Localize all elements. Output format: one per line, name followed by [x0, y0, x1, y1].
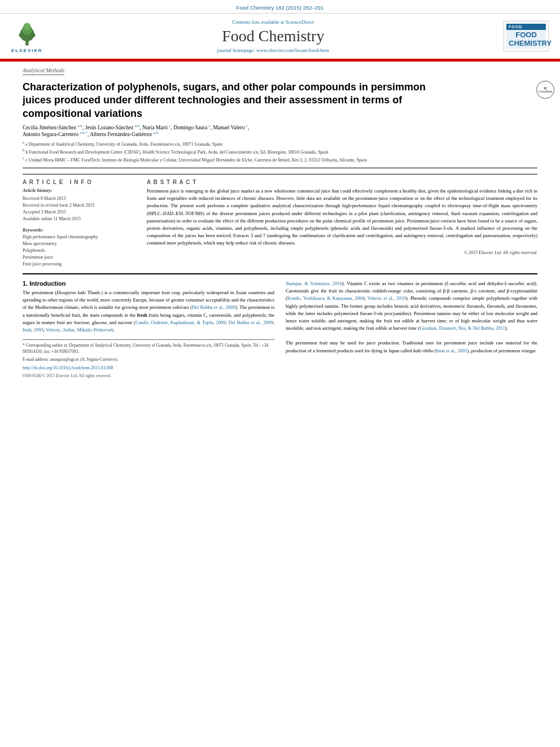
available-date: Available online 11 March 2015: [23, 216, 135, 222]
sciencedirect-link[interactable]: ScienceDirect: [286, 19, 314, 25]
author-jesus: Jesús Lozano-Sánchez a,b,: [85, 125, 142, 130]
elsevier-tree-icon: [13, 20, 41, 48]
author-nuria: Nuria Marti c,: [142, 125, 173, 130]
elsevier-logo: ELSEVIER: [11, 20, 43, 53]
article-body-columns: A R T I C L E I N F O Article history: R…: [23, 174, 537, 268]
author-antonio: Antonio Segura-Carretero a,b,*,: [23, 132, 90, 137]
sciencedirect-line: Contents lists available at ScienceDirec…: [43, 19, 504, 25]
affiliation-c: c c Unidad Mixta IBMC – FMC FoodTech, In…: [23, 155, 537, 163]
ref-kondo[interactable]: Kondo, Yoshikawa, & Katayama, 2004: [287, 295, 365, 301]
homepage-url[interactable]: www.elsevier.com/locate/foodchem: [256, 47, 329, 53]
affiliation-b: b b Functional Food Research and Develop…: [23, 147, 537, 155]
footnote-area: * Corresponding author at: Department of…: [23, 339, 274, 379]
article-info-col: A R T I C L E I N F O Article history: R…: [23, 179, 135, 268]
received-date: Received 8 March 2013: [23, 195, 135, 202]
authors-line: Cecilia Jiménez-Sánchez a,b, Jesús Lozan…: [23, 124, 537, 137]
affiliation-a: a a Department of Analytical Chemistry, …: [23, 139, 537, 147]
badge-chemistry-label: FOODCHEMISTRY: [509, 31, 544, 47]
elsevier-label: ELSEVIER: [11, 48, 43, 53]
species-name: Diospyros kaki: [56, 290, 86, 295]
word-fresh: fresh: [137, 312, 147, 318]
ref-delbubba-2009b[interactable]: Del Bubba et al., 2009: [229, 320, 273, 325]
abstract-header: A B S T R A C T: [147, 179, 537, 185]
footnote-email: E-mail address: ansegura@ugr.es (A. Segu…: [23, 356, 274, 362]
introduction-section: 1. Introduction The persimmon (Diospyros…: [23, 280, 537, 379]
keyword-1: High performance liquid chromatography: [23, 234, 135, 241]
main-content: Analytical Methods Characterization of p…: [0, 62, 560, 385]
ref-giordani[interactable]: Giordani, Doumett, Nin, & Del Bubba, 201…: [419, 325, 505, 331]
journal-homepage: journal homepage: www.elsevier.com/locat…: [43, 47, 504, 53]
footnote-corresponding: * Corresponding author at: Department of…: [23, 342, 274, 355]
journal-header: ELSEVIER Contents lists available at Sci…: [0, 14, 560, 60]
page: Food Chemistry 182 (2015) 282–291 ELSEVI…: [0, 0, 560, 747]
article-title: Characterization of polyphenols, sugars,…: [23, 81, 485, 120]
keyword-4: Persimmon juice: [23, 254, 135, 261]
intro-left-text: The persimmon (Diospyros kaki Thunb.) is…: [23, 289, 274, 334]
keyword-2: Mass spectrometry: [23, 241, 135, 247]
section-divider: [23, 273, 537, 274]
ref-ittah[interactable]: Ittah, 1993: [23, 327, 43, 333]
author-manuel: Manuel Valero c,: [213, 125, 249, 130]
ref-stampar[interactable]: Stampar, & Schmitzer, 2010: [286, 281, 342, 286]
author-alberto: Alberto Fernández-Gutiérrez a,b: [90, 132, 158, 137]
intro-right-col: Stampar, & Schmitzer, 2010). Vitamin C e…: [286, 280, 537, 379]
abstract-text: Persimmon juice is emerging in the globa…: [147, 187, 537, 247]
author-cecilia: Cecilia Jiménez-Sánchez a,b,: [23, 125, 85, 130]
article-info-header: A R T I C L E I N F O: [23, 179, 135, 185]
ref-imai[interactable]: Imai et al., 2001: [436, 348, 467, 353]
journal-title: Food Chemistry: [43, 27, 504, 45]
article-history-label: Article history:: [23, 187, 135, 193]
svg-point-4: [19, 33, 24, 37]
citation-text: Food Chemistry 182 (2015) 282–291: [236, 5, 323, 11]
accepted-date: Accepted 3 March 2015: [23, 209, 135, 216]
intro-left-col: 1. Introduction The persimmon (Diospyros…: [23, 280, 274, 379]
keywords-label: Keywords:: [23, 227, 135, 233]
intro-section-number: 1. Introduction: [23, 280, 274, 287]
intro-right-text: Stampar, & Schmitzer, 2010). Vitamin C e…: [286, 280, 537, 355]
crossmark-area: ✕ CrossMark: [536, 81, 554, 99]
ref-delbubba-2009a[interactable]: Del Bubba et al., 2009: [192, 304, 235, 310]
abstract-col: A B S T R A C T Persimmon juice is emerg…: [147, 179, 537, 268]
citation-bar: Food Chemistry 182 (2015) 282–291: [0, 0, 560, 14]
keyword-5: Fruit juice processing: [23, 261, 135, 268]
ref-candir[interactable]: Candir, Ozdemir, Kaplankiran, & Toplu, 2…: [135, 320, 226, 325]
journal-header-center: Contents lists available at ScienceDirec…: [43, 19, 504, 53]
ref-veberic[interactable]: Veberic, Jurhar, Mikulic-Petkovsek,: [46, 327, 115, 333]
revised-date: Received in revised form 2 March 2015: [23, 202, 135, 209]
title-area: Characterization of polyphenols, sugars,…: [23, 81, 537, 120]
author-domingo: Domingo Saura c,: [173, 125, 213, 130]
crossmark-label: CrossMark: [539, 90, 552, 93]
keyword-3: Polyphenols: [23, 247, 135, 254]
section-tag: Analytical Methods: [23, 68, 64, 75]
badge-food-label: FOOD: [509, 25, 544, 29]
issn-line: 0308-8146/© 2015 Elsevier Ltd. All right…: [23, 373, 274, 379]
doi-line[interactable]: http://dx.doi.org/10.1016/j.foodchem.201…: [23, 365, 274, 372]
svg-point-5: [30, 33, 35, 37]
ref-veberic2[interactable]: Veberic et al., 2010: [368, 295, 406, 301]
elsevier-logo-area: ELSEVIER: [11, 20, 43, 53]
affiliations: a a Department of Analytical Chemistry, …: [23, 139, 537, 163]
food-chemistry-badge: FOOD FOODCHEMISTRY: [504, 21, 549, 51]
svg-point-3: [23, 23, 30, 30]
copyright-line: © 2015 Elsevier Ltd. All rights reserved…: [147, 250, 537, 255]
